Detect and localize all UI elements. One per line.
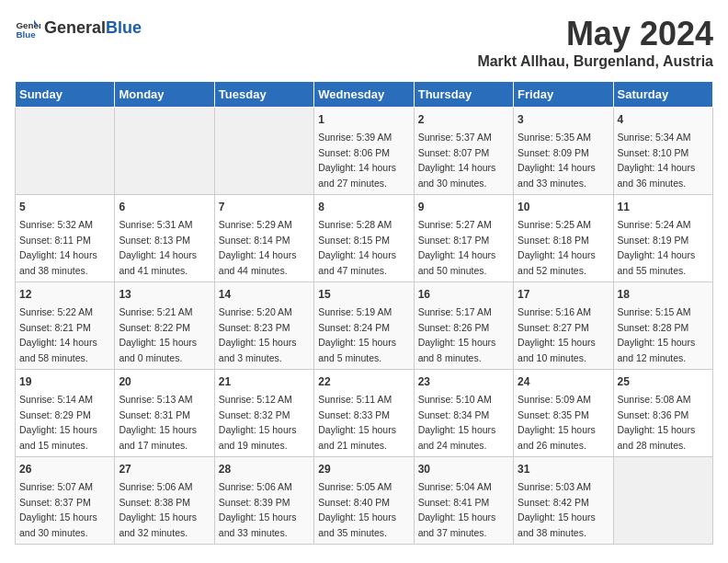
calendar-cell: 7Sunrise: 5:29 AM Sunset: 8:14 PM Daylig… (214, 195, 313, 282)
week-row-3: 12Sunrise: 5:22 AM Sunset: 8:21 PM Dayli… (16, 282, 713, 370)
day-info: Sunrise: 5:32 AM Sunset: 8:11 PM Dayligh… (19, 219, 97, 276)
day-info: Sunrise: 5:35 AM Sunset: 8:09 PM Dayligh… (518, 132, 596, 189)
calendar-cell: 4Sunrise: 5:34 AM Sunset: 8:10 PM Daylig… (613, 108, 712, 195)
header-day-monday: Monday (115, 82, 214, 108)
calendar-cell: 8Sunrise: 5:28 AM Sunset: 8:15 PM Daylig… (314, 195, 414, 282)
day-info: Sunrise: 5:13 AM Sunset: 8:31 PM Dayligh… (119, 394, 197, 451)
header-day-tuesday: Tuesday (214, 82, 313, 108)
day-number: 24 (518, 373, 609, 390)
day-info: Sunrise: 5:14 AM Sunset: 8:29 PM Dayligh… (19, 394, 97, 451)
calendar-title: May 2024 (477, 15, 713, 53)
day-info: Sunrise: 5:24 AM Sunset: 8:19 PM Dayligh… (618, 219, 696, 276)
day-info: Sunrise: 5:31 AM Sunset: 8:13 PM Dayligh… (119, 219, 197, 276)
day-number: 14 (219, 286, 310, 303)
day-info: Sunrise: 5:06 AM Sunset: 8:39 PM Dayligh… (219, 481, 297, 538)
day-number: 16 (418, 286, 509, 303)
day-info: Sunrise: 5:17 AM Sunset: 8:26 PM Dayligh… (418, 306, 496, 363)
day-number: 12 (19, 286, 110, 303)
calendar-cell: 25Sunrise: 5:08 AM Sunset: 8:36 PM Dayli… (613, 370, 712, 457)
calendar-cell: 23Sunrise: 5:10 AM Sunset: 8:34 PM Dayli… (414, 370, 513, 457)
calendar-cell: 13Sunrise: 5:21 AM Sunset: 8:22 PM Dayli… (115, 282, 214, 370)
day-info: Sunrise: 5:04 AM Sunset: 8:41 PM Dayligh… (418, 481, 496, 538)
title-area: May 2024 Markt Allhau, Burgenland, Austr… (477, 15, 713, 70)
day-number: 15 (318, 286, 409, 303)
logo-icon: General Blue (15, 15, 40, 40)
calendar-cell: 15Sunrise: 5:19 AM Sunset: 8:24 PM Dayli… (314, 282, 414, 370)
day-number: 20 (119, 373, 210, 390)
day-number: 2 (418, 111, 509, 128)
calendar-cell: 2Sunrise: 5:37 AM Sunset: 8:07 PM Daylig… (414, 108, 513, 195)
day-info: Sunrise: 5:27 AM Sunset: 8:17 PM Dayligh… (418, 219, 496, 276)
days-header-row: SundayMondayTuesdayWednesdayThursdayFrid… (16, 82, 713, 108)
day-number: 8 (318, 199, 409, 215)
day-number: 19 (19, 373, 110, 390)
calendar-cell: 31Sunrise: 5:03 AM Sunset: 8:42 PM Dayli… (514, 457, 613, 545)
day-info: Sunrise: 5:21 AM Sunset: 8:22 PM Dayligh… (119, 306, 197, 363)
day-info: Sunrise: 5:25 AM Sunset: 8:18 PM Dayligh… (518, 219, 596, 276)
day-number: 29 (318, 461, 409, 477)
day-number: 11 (618, 199, 709, 215)
header-day-wednesday: Wednesday (314, 82, 414, 108)
day-info: Sunrise: 5:08 AM Sunset: 8:36 PM Dayligh… (618, 394, 696, 451)
day-number: 18 (618, 286, 709, 303)
day-info: Sunrise: 5:19 AM Sunset: 8:24 PM Dayligh… (318, 306, 396, 363)
day-number: 30 (418, 461, 509, 477)
calendar-cell: 17Sunrise: 5:16 AM Sunset: 8:27 PM Dayli… (514, 282, 613, 370)
day-info: Sunrise: 5:34 AM Sunset: 8:10 PM Dayligh… (618, 132, 696, 189)
header: General Blue GeneralBlue May 2024 Markt … (15, 15, 713, 70)
calendar-table: SundayMondayTuesdayWednesdayThursdayFrid… (15, 81, 713, 545)
calendar-cell: 21Sunrise: 5:12 AM Sunset: 8:32 PM Dayli… (214, 370, 313, 457)
header-day-sunday: Sunday (16, 82, 115, 108)
day-info: Sunrise: 5:16 AM Sunset: 8:27 PM Dayligh… (518, 306, 596, 363)
calendar-cell: 22Sunrise: 5:11 AM Sunset: 8:33 PM Dayli… (314, 370, 414, 457)
svg-text:Blue: Blue (16, 29, 36, 40)
week-row-4: 19Sunrise: 5:14 AM Sunset: 8:29 PM Dayli… (16, 370, 713, 457)
day-info: Sunrise: 5:07 AM Sunset: 8:37 PM Dayligh… (19, 481, 97, 538)
calendar-cell: 9Sunrise: 5:27 AM Sunset: 8:17 PM Daylig… (414, 195, 513, 282)
day-info: Sunrise: 5:20 AM Sunset: 8:23 PM Dayligh… (219, 306, 297, 363)
day-info: Sunrise: 5:15 AM Sunset: 8:28 PM Dayligh… (618, 306, 696, 363)
logo: General Blue GeneralBlue (15, 15, 142, 40)
day-info: Sunrise: 5:29 AM Sunset: 8:14 PM Dayligh… (219, 219, 297, 276)
calendar-cell: 5Sunrise: 5:32 AM Sunset: 8:11 PM Daylig… (16, 195, 115, 282)
calendar-cell (16, 108, 115, 195)
day-number: 13 (119, 286, 210, 303)
day-number: 26 (19, 461, 110, 477)
day-number: 5 (19, 199, 110, 215)
day-info: Sunrise: 5:10 AM Sunset: 8:34 PM Dayligh… (418, 394, 496, 451)
header-day-thursday: Thursday (414, 82, 513, 108)
day-info: Sunrise: 5:28 AM Sunset: 8:15 PM Dayligh… (318, 219, 396, 276)
day-number: 21 (219, 373, 310, 390)
day-number: 31 (518, 461, 609, 477)
calendar-subtitle: Markt Allhau, Burgenland, Austria (477, 53, 713, 70)
logo-blue-text: Blue (106, 18, 142, 38)
day-info: Sunrise: 5:09 AM Sunset: 8:35 PM Dayligh… (518, 394, 596, 451)
calendar-cell: 10Sunrise: 5:25 AM Sunset: 8:18 PM Dayli… (514, 195, 613, 282)
calendar-cell: 19Sunrise: 5:14 AM Sunset: 8:29 PM Dayli… (16, 370, 115, 457)
calendar-cell: 27Sunrise: 5:06 AM Sunset: 8:38 PM Dayli… (115, 457, 214, 545)
calendar-cell: 12Sunrise: 5:22 AM Sunset: 8:21 PM Dayli… (16, 282, 115, 370)
day-info: Sunrise: 5:37 AM Sunset: 8:07 PM Dayligh… (418, 132, 496, 189)
week-row-2: 5Sunrise: 5:32 AM Sunset: 8:11 PM Daylig… (16, 195, 713, 282)
header-day-saturday: Saturday (613, 82, 712, 108)
day-number: 6 (119, 199, 210, 215)
day-number: 25 (618, 373, 709, 390)
day-info: Sunrise: 5:39 AM Sunset: 8:06 PM Dayligh… (318, 132, 396, 189)
calendar-cell: 18Sunrise: 5:15 AM Sunset: 8:28 PM Dayli… (613, 282, 712, 370)
day-number: 3 (518, 111, 609, 128)
day-info: Sunrise: 5:05 AM Sunset: 8:40 PM Dayligh… (318, 481, 396, 538)
day-number: 28 (219, 461, 310, 477)
week-row-1: 1Sunrise: 5:39 AM Sunset: 8:06 PM Daylig… (16, 108, 713, 195)
calendar-cell: 20Sunrise: 5:13 AM Sunset: 8:31 PM Dayli… (115, 370, 214, 457)
week-row-5: 26Sunrise: 5:07 AM Sunset: 8:37 PM Dayli… (16, 457, 713, 545)
day-number: 22 (318, 373, 409, 390)
calendar-cell: 26Sunrise: 5:07 AM Sunset: 8:37 PM Dayli… (16, 457, 115, 545)
day-info: Sunrise: 5:03 AM Sunset: 8:42 PM Dayligh… (518, 481, 596, 538)
day-number: 4 (618, 111, 709, 128)
calendar-cell: 29Sunrise: 5:05 AM Sunset: 8:40 PM Dayli… (314, 457, 414, 545)
day-number: 9 (418, 199, 509, 215)
logo-general-text: General (44, 18, 106, 38)
calendar-cell: 28Sunrise: 5:06 AM Sunset: 8:39 PM Dayli… (214, 457, 313, 545)
calendar-cell (613, 457, 712, 545)
calendar-cell: 24Sunrise: 5:09 AM Sunset: 8:35 PM Dayli… (514, 370, 613, 457)
